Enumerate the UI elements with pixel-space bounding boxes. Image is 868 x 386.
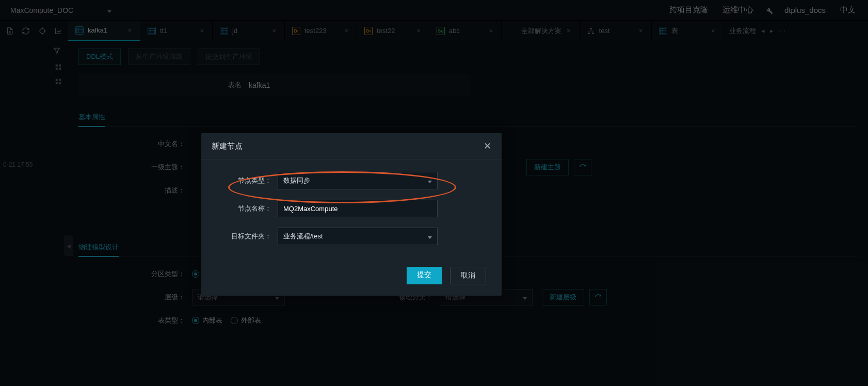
modal-title: 新建节点 xyxy=(212,141,243,151)
label-folder: 目标文件夹： xyxy=(217,232,278,241)
cancel-button[interactable]: 取消 xyxy=(450,267,486,284)
select-folder[interactable]: 业务流程/test xyxy=(278,228,438,245)
close-icon[interactable]: ✕ xyxy=(484,140,491,152)
label-nodetype: 节点类型： xyxy=(217,176,278,185)
input-nodename-value: MQ2MaxCompute xyxy=(283,205,337,213)
label-nodename: 节点名称： xyxy=(217,204,278,213)
chevron-down-icon xyxy=(428,233,432,240)
submit-button[interactable]: 提交 xyxy=(407,267,442,284)
select-folder-value: 业务流程/test xyxy=(283,232,323,241)
modal-new-node: 新建节点 ✕ 节点类型： 数据同步 节点名称： MQ2MaxCompute 目标… xyxy=(201,133,502,296)
input-nodename[interactable]: MQ2MaxCompute xyxy=(278,200,438,217)
select-nodetype[interactable]: 数据同步 xyxy=(278,172,438,189)
select-nodetype-value: 数据同步 xyxy=(283,176,310,185)
chevron-down-icon xyxy=(428,177,432,185)
